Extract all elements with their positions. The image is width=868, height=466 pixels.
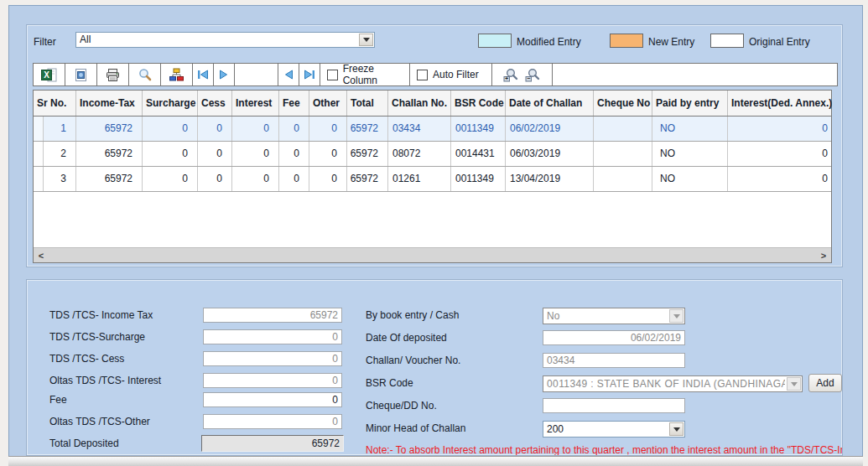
- col-header-paid-by-entry[interactable]: Paid by entry: [652, 91, 728, 116]
- cell-cess[interactable]: 0: [198, 116, 232, 141]
- filter-dropdown-arrow-icon[interactable]: [359, 34, 373, 46]
- cell-interest-ded-annex[interactable]: 0: [728, 167, 833, 191]
- cell-income-tax[interactable]: 65972: [76, 167, 143, 191]
- fee-field[interactable]: 0: [203, 392, 342, 407]
- col-header-interest-ded-annex[interactable]: Interest(Ded. Annex.): [728, 91, 833, 116]
- cell-bsr-code[interactable]: 0011349: [451, 116, 506, 141]
- bsr-code-label: BSR Code: [366, 377, 413, 389]
- oltas-interest-label: Oltas TDS /TCS- Interest: [49, 375, 161, 386]
- surcharge-field[interactable]: 0: [203, 329, 342, 344]
- cell-cheque-no[interactable]: [594, 167, 652, 191]
- col-header-income-tax[interactable]: Income-Tax: [76, 91, 143, 116]
- nav-first-button[interactable]: [193, 64, 214, 85]
- row-selector-gutter[interactable]: [34, 167, 44, 191]
- minor-head-dropdown-arrow-icon[interactable]: [669, 422, 683, 436]
- freeze-column-checkbox[interactable]: [327, 70, 338, 80]
- cell-challan-no[interactable]: 03434: [388, 116, 451, 141]
- cell-paid-by-entry[interactable]: NO: [652, 167, 728, 191]
- search-button[interactable]: [129, 64, 161, 85]
- col-header-total[interactable]: Total: [347, 91, 388, 116]
- nav-next-button[interactable]: [214, 64, 235, 85]
- cell-challan-no[interactable]: 08072: [388, 142, 451, 166]
- scroll-left-icon[interactable]: <: [34, 248, 49, 263]
- date-deposited-field[interactable]: 06/02/2019: [543, 330, 685, 345]
- book-entry-dropdown[interactable]: No: [543, 308, 685, 324]
- minor-head-value: 200: [547, 422, 668, 437]
- horizontal-scrollbar[interactable]: < >: [34, 247, 831, 262]
- cell-fee[interactable]: 0: [279, 116, 309, 141]
- cell-date-of-challan[interactable]: 06/02/2019: [506, 116, 594, 141]
- cell-date-of-challan[interactable]: 13/04/2019: [506, 167, 594, 191]
- cell-paid-by-entry[interactable]: NO: [652, 116, 728, 141]
- bsr-code-dropdown[interactable]: 0011349 : STATE BANK OF INDIA (GANDHINAG…: [543, 375, 803, 392]
- table-row[interactable]: 2 65972 0 0 0 0 0 65972 08072 0014431 06…: [34, 142, 831, 167]
- cell-fee[interactable]: 0: [279, 167, 309, 191]
- cell-sr-no[interactable]: 3: [44, 167, 76, 191]
- cell-sr-no[interactable]: 1: [44, 116, 76, 141]
- add-bsr-button[interactable]: Add: [808, 374, 842, 392]
- sort-group-button[interactable]: [161, 64, 193, 85]
- cell-interest-ded-annex[interactable]: 0: [728, 142, 833, 166]
- col-header-fee[interactable]: Fee: [279, 91, 309, 116]
- cell-total[interactable]: 65972: [347, 116, 388, 141]
- col-header-sr-no[interactable]: Sr No.: [34, 91, 76, 116]
- col-header-cheque-no[interactable]: Cheque No: [594, 91, 652, 116]
- col-header-interest[interactable]: Interest: [232, 91, 279, 116]
- cell-surcharge[interactable]: 0: [143, 116, 198, 141]
- cell-interest[interactable]: 0: [232, 142, 279, 166]
- nav-last-button[interactable]: [299, 64, 320, 85]
- cell-cheque-no[interactable]: [594, 142, 652, 166]
- cell-paid-by-entry[interactable]: NO: [652, 142, 728, 166]
- grid-toolbar: X: [33, 63, 838, 86]
- cell-income-tax[interactable]: 65972: [76, 142, 143, 166]
- print-button[interactable]: [97, 64, 129, 85]
- cell-interest[interactable]: 0: [232, 167, 279, 191]
- cell-income-tax[interactable]: 65972: [76, 116, 143, 141]
- cell-date-of-challan[interactable]: 06/03/2019: [506, 142, 594, 166]
- oltas-interest-field[interactable]: 0: [203, 373, 342, 388]
- cell-bsr-code[interactable]: 0014431: [451, 142, 506, 166]
- col-header-cess[interactable]: Cess: [198, 91, 232, 116]
- row-selector-gutter[interactable]: [34, 142, 44, 166]
- col-header-date-of-challan[interactable]: Date of Challan: [506, 91, 594, 116]
- oltas-other-field[interactable]: 0: [203, 414, 342, 429]
- col-header-surcharge[interactable]: Surcharge: [143, 91, 198, 116]
- cheque-dd-field[interactable]: [543, 398, 685, 413]
- income-tax-field[interactable]: 65972: [203, 308, 342, 323]
- cell-cess[interactable]: 0: [198, 142, 232, 166]
- excel-export-button[interactable]: X: [34, 64, 65, 85]
- new-entry-swatch: [610, 34, 643, 48]
- cell-other[interactable]: 0: [309, 142, 347, 166]
- scroll-right-icon[interactable]: >: [816, 248, 831, 263]
- cell-cheque-no[interactable]: [594, 116, 652, 141]
- cell-surcharge[interactable]: 0: [143, 142, 198, 166]
- cell-sr-no[interactable]: 2: [44, 142, 76, 166]
- auto-filter-checkbox[interactable]: [417, 70, 428, 80]
- col-header-other[interactable]: Other: [309, 91, 347, 116]
- cell-bsr-code[interactable]: 0011349: [451, 167, 506, 191]
- nav-prev-button[interactable]: [278, 64, 299, 85]
- zoom-out-icon[interactable]: −: [525, 68, 541, 82]
- filter-dropdown[interactable]: All: [75, 32, 375, 48]
- col-header-bsr-code[interactable]: BSR Code: [451, 91, 506, 116]
- cell-fee[interactable]: 0: [279, 142, 309, 166]
- col-header-challan-no[interactable]: Challan No.: [388, 91, 451, 116]
- minor-head-dropdown[interactable]: 200: [543, 421, 685, 438]
- table-row[interactable]: 3 65972 0 0 0 0 0 65972 01261 0011349 13…: [34, 167, 831, 192]
- cess-label: TDS /TCS- Cess: [49, 353, 124, 365]
- table-row[interactable]: 1 65972 0 0 0 0 0 65972 03434 0011349 06…: [34, 116, 831, 142]
- cell-total[interactable]: 65972: [347, 167, 388, 191]
- cell-interest-ded-annex[interactable]: 0: [728, 116, 833, 141]
- cell-other[interactable]: 0: [309, 167, 347, 191]
- cell-challan-no[interactable]: 01261: [388, 167, 451, 191]
- cell-surcharge[interactable]: 0: [143, 167, 198, 191]
- export-file-button[interactable]: [65, 64, 97, 85]
- cell-other[interactable]: 0: [309, 116, 347, 141]
- cell-total[interactable]: 65972: [347, 142, 388, 166]
- cell-cess[interactable]: 0: [198, 167, 232, 191]
- cess-field[interactable]: 0: [203, 351, 342, 366]
- cell-interest[interactable]: 0: [232, 116, 279, 141]
- row-selector-gutter[interactable]: [34, 116, 44, 141]
- challan-voucher-field[interactable]: 03434: [543, 353, 685, 368]
- zoom-in-icon[interactable]: +: [503, 68, 519, 82]
